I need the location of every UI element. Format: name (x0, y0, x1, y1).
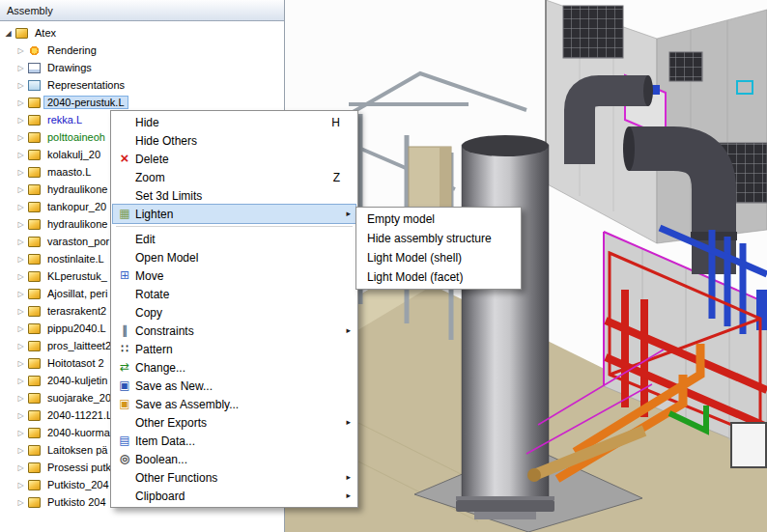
tree-item-drawings[interactable]: ▷Drawings (0, 59, 284, 76)
tree-item-label: terasrakent2 (44, 305, 109, 317)
menu-separator (116, 226, 353, 227)
menu-item-boolean[interactable]: Boolean... (113, 450, 355, 468)
expand-icon[interactable]: ▷ (14, 220, 27, 229)
part-icon (28, 150, 41, 160)
expand-icon[interactable]: ▷ (14, 359, 27, 368)
tree-item-representations[interactable]: ▷Representations (0, 76, 284, 94)
lighten-submenu: Empty modelHide assembly structureLight … (355, 207, 522, 290)
tree-item-label: rekka.L (44, 114, 85, 126)
part-icon (28, 445, 41, 456)
expand-icon[interactable]: ▷ (14, 377, 27, 385)
tree-item-label: hydraulikone (44, 218, 110, 230)
expand-icon[interactable]: ▷ (14, 168, 27, 177)
tree-item-rendering[interactable]: ▷Rendering (0, 42, 284, 59)
submenu-item-empty-model[interactable]: Empty model (358, 210, 519, 229)
drawings-icon (28, 63, 41, 73)
menu-item-item-data[interactable]: Item Data... (113, 432, 355, 450)
expand-icon[interactable]: ▷ (14, 498, 27, 507)
part-icon (28, 306, 41, 317)
menu-item-rotate[interactable]: Rotate (113, 285, 355, 303)
expand-icon[interactable]: ▷ (14, 324, 27, 333)
tree-item-label: Putkisto_204 (44, 479, 112, 490)
expand-icon[interactable]: ▷ (14, 411, 27, 420)
part-icon (28, 115, 41, 126)
menu-item-label: Open Model (135, 251, 352, 265)
menu-item-zoom[interactable]: ZoomZ (113, 168, 355, 186)
collapse-icon[interactable]: ◢ (2, 29, 14, 38)
tree-item-label: varaston_por (44, 236, 112, 247)
menu-item-set-3d-limits[interactable]: Set 3d Limits (113, 186, 355, 205)
part-icon (28, 393, 41, 404)
tree-item-label: Rendering (44, 44, 99, 56)
menu-item-constraints[interactable]: Constraints▸ (113, 322, 355, 340)
part-icon (28, 497, 41, 508)
menu-item-copy[interactable]: Copy (113, 303, 355, 322)
tree-item-label: 2040-kuorma (44, 427, 113, 438)
menu-item-hide[interactable]: HideH (113, 113, 355, 131)
menu-item-label: Edit (135, 233, 352, 246)
expand-icon[interactable]: ▷ (14, 46, 27, 55)
expand-icon[interactable]: ▷ (14, 394, 27, 403)
part-icon (28, 289, 41, 299)
boolean-icon (114, 450, 135, 468)
expand-icon[interactable]: ▷ (14, 429, 27, 437)
menu-item-label: Pattern (135, 343, 352, 356)
menu-item-lighten[interactable]: Lighten▸ (113, 205, 355, 223)
expand-icon[interactable]: ▷ (14, 81, 27, 90)
menu-item-clipboard[interactable]: Clipboard▸ (113, 487, 355, 505)
expand-icon[interactable]: ▷ (14, 185, 27, 194)
submenu-arrow-icon: ▸ (346, 322, 351, 340)
menu-item-hide-others[interactable]: Hide Others (113, 131, 355, 150)
change-icon (114, 358, 135, 377)
part-icon (28, 462, 41, 473)
assembly-panel-header[interactable]: Assembly (0, 0, 284, 21)
menu-item-label: Change... (135, 361, 352, 375)
menu-item-delete[interactable]: Delete (113, 150, 355, 168)
expand-icon[interactable]: ▷ (14, 463, 27, 472)
expand-icon[interactable]: ▷ (14, 98, 27, 107)
tree-item-2040-perustuk-l[interactable]: ▷2040-perustuk.L (0, 94, 284, 111)
menu-item-label: Copy (135, 306, 352, 320)
menu-item-save-as-new[interactable]: Save as New... (113, 377, 355, 395)
expand-icon[interactable]: ▷ (14, 481, 27, 490)
tree-item-label: pros_laitteet2 (44, 340, 114, 351)
lighten-icon (114, 205, 135, 223)
menu-shortcut: H (331, 116, 340, 129)
tree-item-label: Ajosillat, peri (44, 288, 110, 299)
part-icon (28, 132, 41, 143)
submenu-item-light-model-facet[interactable]: Light Model (facet) (358, 267, 519, 287)
menu-item-other-exports[interactable]: Other Exports▸ (113, 413, 355, 432)
menu-item-edit[interactable]: Edit (113, 230, 355, 248)
tree-item-atex[interactable]: ◢Atex (0, 24, 284, 42)
menu-item-pattern[interactable]: Pattern (113, 340, 355, 358)
menu-item-label: Clipboard (135, 490, 352, 503)
submenu-item-light-model-shell[interactable]: Light Model (shell) (358, 248, 519, 267)
panel-title: Assembly (7, 5, 53, 16)
menu-item-other-functions[interactable]: Other Functions▸ (113, 468, 355, 487)
expand-icon[interactable]: ▷ (14, 446, 27, 455)
expand-icon[interactable]: ▷ (14, 203, 27, 211)
part-icon (28, 184, 41, 195)
expand-icon[interactable]: ▷ (14, 64, 27, 72)
assembly-root-icon (15, 28, 28, 39)
expand-icon[interactable]: ▷ (14, 133, 27, 142)
expand-icon[interactable]: ▷ (14, 307, 27, 316)
expand-icon[interactable]: ▷ (14, 342, 27, 350)
part-icon (28, 358, 41, 369)
expand-icon[interactable]: ▷ (14, 151, 27, 159)
menu-item-change[interactable]: Change... (113, 358, 355, 377)
expand-icon[interactable]: ▷ (14, 116, 27, 125)
expand-icon[interactable]: ▷ (14, 238, 27, 246)
menu-item-move[interactable]: Move (113, 266, 355, 285)
submenu-item-label: Hide assembly structure (367, 232, 492, 245)
menu-item-label: Save as Assembly... (135, 398, 352, 411)
expand-icon[interactable]: ▷ (14, 272, 27, 281)
tree-item-label: Atex (32, 27, 59, 39)
part-icon (28, 428, 41, 438)
item-data-icon (114, 432, 135, 450)
menu-item-save-as-assembly[interactable]: Save as Assembly... (113, 395, 355, 413)
menu-item-open-model[interactable]: Open Model (113, 248, 355, 266)
expand-icon[interactable]: ▷ (14, 255, 27, 264)
expand-icon[interactable]: ▷ (14, 290, 27, 298)
submenu-item-hide-assembly-structure[interactable]: Hide assembly structure (358, 229, 519, 248)
